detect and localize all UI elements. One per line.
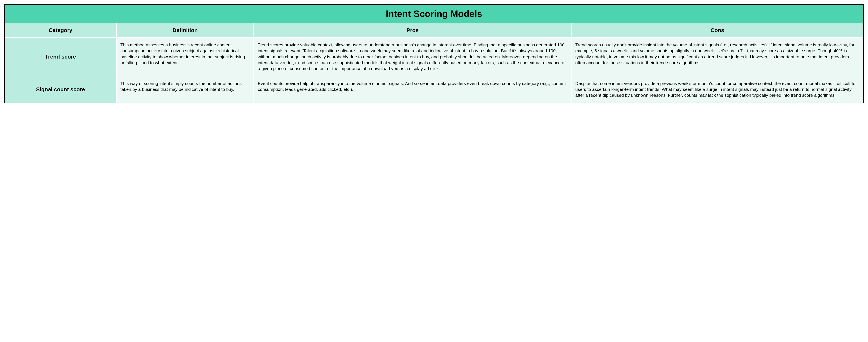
cell-cons: Despite that some intent vendors provide… [571,76,863,102]
cell-cons: Trend scores usually don't provide insig… [571,37,863,76]
col-header-definition: Definition [117,23,254,37]
pros-text-pre: Event counts provide helpful transparenc… [258,81,414,86]
table-row: Signal count score This way of scoring i… [5,76,863,102]
table: Intent Scoring Models Category Definitio… [5,5,863,102]
col-header-category: Category [5,23,117,37]
cell-pros: Trend scores provide valuable context, a… [254,37,571,76]
cell-definition: This method assesses a business's recent… [117,37,254,76]
table-row: Trend score This method assesses a busin… [5,37,863,76]
cell-definition: This way of scoring intent simply counts… [117,76,254,102]
table-title: Intent Scoring Models [5,5,863,23]
col-header-cons: Cons [571,23,863,37]
intent-scoring-table: Intent Scoring Models Category Definitio… [4,4,864,103]
cell-category: Trend score [5,37,117,76]
pros-text-em: some [414,81,425,86]
table-header-row: Category Definition Pros Cons [5,23,863,37]
cell-pros: Event counts provide helpful transparenc… [254,76,571,102]
cell-category: Signal count score [5,76,117,102]
col-header-pros: Pros [254,23,571,37]
